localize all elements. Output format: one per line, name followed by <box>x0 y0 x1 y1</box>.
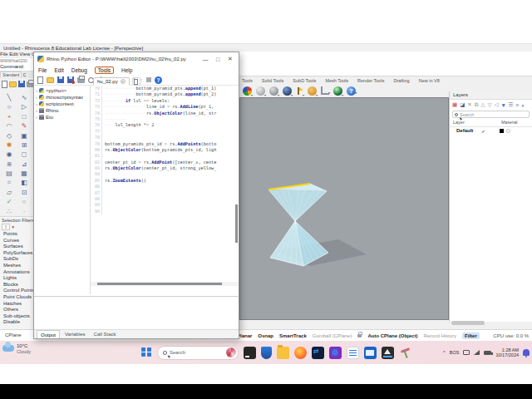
perspective-viewport[interactable] <box>239 97 449 320</box>
status-toggle-smarttrack[interactable]: SmartTrack <box>279 333 307 338</box>
layer-material-icon[interactable] <box>506 129 510 133</box>
command-prompt[interactable]: Command: <box>0 64 35 71</box>
command-area[interactable] <box>239 52 532 76</box>
gear-icon[interactable]: ▾ <box>308 86 317 96</box>
layer-name[interactable]: Default <box>456 128 473 133</box>
selection-filter-item[interactable]: Curves <box>3 238 35 244</box>
chevron-right-icon[interactable]: › <box>36 95 37 100</box>
tree-item-Eto[interactable]: ›Eto <box>34 114 90 121</box>
search-highlight-image[interactable] <box>226 347 236 357</box>
network-icon[interactable] <box>474 350 480 355</box>
flag-icon[interactable]: ▾ <box>296 86 303 96</box>
layers-tool-icon[interactable]: ◪ <box>460 101 465 108</box>
layer-color-swatch[interactable] <box>500 129 504 133</box>
rhino-menu-bar[interactable]: File Edit View Curve <box>0 52 35 58</box>
filter-grid-icon[interactable]: ⠿ <box>2 224 10 230</box>
palette-tool-icon[interactable]: ⊡ <box>17 188 32 197</box>
help-sphere-icon[interactable]: ?▾ <box>347 86 356 96</box>
save-all-icon[interactable] <box>67 76 74 83</box>
bottom-tab-variables[interactable]: Variables <box>62 332 89 337</box>
selection-filter-item[interactable]: Hatches <box>3 301 35 308</box>
selection-filter-item[interactable]: Points <box>3 231 35 238</box>
selection-filter-item[interactable]: Disable <box>3 319 35 326</box>
minimize-button[interactable]: — <box>200 57 210 62</box>
green-sphere-icon[interactable]: ▾ <box>333 86 342 96</box>
menu-tools[interactable]: Tools <box>95 66 114 74</box>
new-file-icon[interactable] <box>2 81 7 88</box>
layers-search-input[interactable]: Search <box>452 111 530 118</box>
palette-tool-icon[interactable]: □ <box>17 112 32 121</box>
maximize-button[interactable]: □ <box>213 57 223 62</box>
column-layer[interactable]: Layer <box>453 120 465 125</box>
palette-tool-icon[interactable]: ◧ <box>17 178 32 187</box>
tree-item-python[interactable]: ›<python> <box>34 87 90 94</box>
open-file-icon[interactable] <box>9 81 17 87</box>
palette-tool-icon[interactable]: ✓ <box>2 197 17 206</box>
bottom-tab-call-stack[interactable]: Call Stack <box>91 332 120 337</box>
notes-app-icon[interactable] <box>347 347 359 359</box>
dark-sphere-icon[interactable]: ▾ <box>283 86 292 96</box>
tray-overflow-button[interactable]: ^ <box>443 350 446 355</box>
selection-filter-item[interactable]: PolySurfaces <box>3 250 35 257</box>
palette-tool-icon[interactable]: ▦ <box>17 169 32 178</box>
new-script-icon[interactable] <box>37 76 43 84</box>
print-script-icon[interactable] <box>77 77 85 83</box>
code-horizontal-scrollbar[interactable] <box>91 282 239 286</box>
panel-scrollbar-thumb[interactable] <box>451 321 485 325</box>
open-script-icon[interactable] <box>47 77 54 83</box>
scrollbar-thumb[interactable] <box>97 283 222 285</box>
notifications-bell-icon[interactable] <box>523 349 530 356</box>
selection-filter-item[interactable]: Surfaces <box>3 244 35 250</box>
menu-help[interactable]: Help <box>121 67 132 73</box>
palette-tool-icon[interactable]: ◇ <box>2 131 17 140</box>
tab-next-partial[interactable]: C <box>23 72 27 77</box>
status-toggle-filter[interactable]: Filter <box>462 332 480 339</box>
save-icon[interactable] <box>18 81 25 87</box>
tab-close-icon[interactable]: × <box>121 79 126 84</box>
selection-filter-item[interactable]: SubDs <box>3 256 35 263</box>
selection-filters-tabs[interactable]: ⠿ ▼ <box>0 224 35 231</box>
teamviewer-icon[interactable] <box>312 347 324 359</box>
mail-app-icon[interactable] <box>364 347 377 359</box>
palette-tool-icon[interactable]: ◻ <box>17 150 32 159</box>
code-vertical-scrollbar[interactable] <box>235 204 238 243</box>
layers-tool-icon[interactable]: ☰ <box>509 101 514 108</box>
security-shield-icon[interactable] <box>261 347 272 359</box>
layer-row-default[interactable]: Default ✓ <box>450 127 532 135</box>
status-toggle-auto-cplane-object-[interactable]: Auto CPlane (Object) <box>367 333 417 338</box>
toolbar-group-tabs[interactable]: Standard C <box>0 71 35 78</box>
toolbar-tab-render-tools[interactable]: Render Tools <box>357 78 384 83</box>
layers-tool-icon[interactable]: △ <box>480 101 485 108</box>
palette-tool-icon[interactable]: ≋ <box>2 160 17 169</box>
layers-tool-icon[interactable]: ✕ <box>467 101 471 108</box>
clock[interactable]: 1:28 AM 10/17/2024 <box>495 347 519 358</box>
layers-tool-icon[interactable]: ◐ <box>521 102 525 108</box>
palette-tool-icon[interactable]: ○ <box>17 197 32 206</box>
layers-tool-icon[interactable]: ▦ <box>452 101 457 108</box>
palette-tool-icon[interactable]: · <box>17 207 32 216</box>
selection-filter-item[interactable]: Point Clouds <box>3 294 35 301</box>
toolbar-tab-tools[interactable]: Tools <box>242 78 253 83</box>
palette-tool-icon[interactable]: ✱ <box>2 140 17 150</box>
toolbar-tab-new-in-v8[interactable]: New in V8 <box>419 78 440 83</box>
filter-funnel-icon[interactable]: ▼ <box>11 224 15 229</box>
palette-tool-icon[interactable]: + <box>2 112 17 121</box>
palette-tool-icon[interactable]: ▱ <box>2 188 17 197</box>
tab-hu02py[interactable]: hu_02.py × <box>93 77 130 86</box>
multicolor-sphere-icon[interactable]: ▾ <box>243 86 252 96</box>
palette-tool-icon[interactable]: ∴ <box>2 207 17 216</box>
battery-icon[interactable] <box>484 351 491 355</box>
firefox-icon[interactable] <box>294 347 307 359</box>
palette-tool-icon[interactable]: ⊞ <box>17 140 32 150</box>
palette-tool-icon[interactable]: ∿ <box>17 93 32 102</box>
close-button[interactable]: ✕ <box>225 56 235 62</box>
toolbar-tab-mesh-tools[interactable]: Mesh Tools <box>325 78 348 83</box>
status-toggle-gumball-cplane-[interactable]: Gumball (CPlane) <box>313 333 352 338</box>
status-toggle-osnap[interactable]: Osnap <box>258 333 273 338</box>
pick-tool-icon[interactable] <box>399 347 411 359</box>
selection-filter-item[interactable]: Others <box>3 307 35 313</box>
office-app-icon[interactable] <box>329 347 342 359</box>
new-tab-button[interactable] <box>132 77 140 86</box>
bottom-tab-output[interactable]: Output <box>37 330 60 338</box>
chevron-right-icon[interactable]: › <box>36 108 37 113</box>
